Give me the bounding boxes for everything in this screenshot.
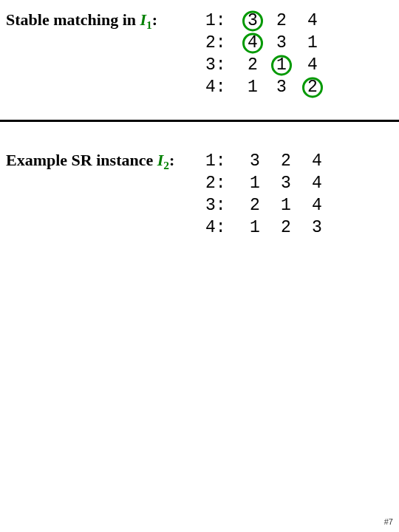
block2-label-prefix: Example SR instance bbox=[6, 151, 157, 169]
pref-cell: 3 bbox=[239, 151, 270, 173]
row-id: 2: bbox=[205, 173, 239, 195]
pref-cell: 3 bbox=[266, 77, 297, 99]
pref-cell: 1 bbox=[270, 195, 301, 217]
row-id: 1: bbox=[205, 151, 239, 173]
pref-cell: 1 bbox=[239, 173, 270, 195]
row-id: 3: bbox=[205, 55, 239, 77]
pref-cell: 4 bbox=[301, 173, 332, 195]
pref-cell: 2 bbox=[239, 55, 266, 77]
table-row: 4:132 bbox=[205, 77, 328, 99]
pref-cell: 4 bbox=[239, 33, 266, 55]
pref-cell: 1 bbox=[266, 55, 297, 77]
block1-table: 1:3242:4313:2144:132 bbox=[205, 10, 328, 99]
pref-cell: 3 bbox=[270, 173, 301, 195]
pref-cell: 4 bbox=[301, 151, 332, 173]
row-id: 2: bbox=[205, 33, 239, 55]
table-row: 2:134 bbox=[205, 173, 332, 195]
block1-label: Stable matching in I1: bbox=[6, 10, 205, 33]
pref-cell: 2 bbox=[270, 217, 301, 239]
example-instance-block: Example SR instance I2: 1:3242:1343:2144… bbox=[6, 151, 332, 239]
pref-cell: 4 bbox=[297, 10, 328, 33]
pref-cell: 1 bbox=[239, 77, 266, 99]
block2-table: 1:3242:1343:2144:123 bbox=[205, 151, 332, 239]
pref-cell: 4 bbox=[301, 195, 332, 217]
pref-cell: 1 bbox=[297, 33, 328, 55]
pref-cell: 3 bbox=[301, 217, 332, 239]
stable-matching-block: Stable matching in I1: 1:3242:4313:2144:… bbox=[6, 10, 328, 99]
pref-cell: 3 bbox=[266, 33, 297, 55]
block2-label: Example SR instance I2: bbox=[6, 151, 205, 173]
block2-var: I2 bbox=[157, 151, 169, 169]
table-row: 1:324 bbox=[205, 10, 328, 33]
divider bbox=[0, 120, 399, 122]
pref-cell: 4 bbox=[297, 55, 328, 77]
table-row: 3:214 bbox=[205, 55, 328, 77]
row-id: 4: bbox=[205, 217, 239, 239]
pref-cell: 3 bbox=[239, 10, 266, 33]
page-number: #7 bbox=[384, 517, 393, 526]
pref-cell: 2 bbox=[297, 77, 328, 99]
row-id: 4: bbox=[205, 77, 239, 99]
table-row: 4:123 bbox=[205, 217, 332, 239]
row-id: 1: bbox=[205, 10, 239, 33]
table-row: 3:214 bbox=[205, 195, 332, 217]
pref-cell: 2 bbox=[266, 10, 297, 33]
block1-label-prefix: Stable matching in bbox=[6, 10, 140, 29]
row-id: 3: bbox=[205, 195, 239, 217]
table-row: 1:324 bbox=[205, 151, 332, 173]
pref-cell: 2 bbox=[270, 151, 301, 173]
pref-cell: 2 bbox=[239, 195, 270, 217]
pref-cell: 1 bbox=[239, 217, 270, 239]
block1-var: I1 bbox=[140, 10, 152, 29]
table-row: 2:431 bbox=[205, 33, 328, 55]
